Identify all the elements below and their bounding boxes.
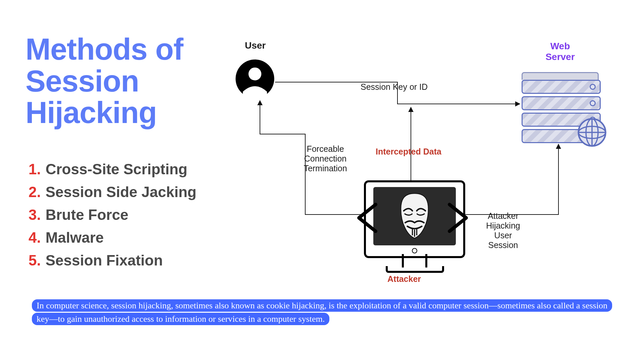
webserver-label-line: Web [537, 41, 584, 52]
diagram-stage: Methods of Session Hijacking 1.Cross-Sit… [0, 0, 644, 362]
footer-definition: In computer science, session hijacking, … [32, 299, 612, 326]
hijacking-session-label: Attacker Hijacking User Session [476, 211, 530, 250]
code-brackets-icon [356, 198, 470, 238]
label-line: Hijacking [476, 221, 530, 231]
user-label: User [245, 40, 266, 51]
attacker-label: Attacker [387, 274, 421, 284]
globe-icon [577, 117, 607, 147]
label-line: Forceable [295, 144, 356, 154]
webserver-label: Web Server [537, 41, 584, 62]
webserver-label-line: Server [537, 52, 584, 62]
user-icon [235, 59, 275, 99]
label-line: Termination [295, 164, 356, 173]
intercepted-data-label: Intercepted Data [376, 147, 441, 157]
monitor-stand [402, 254, 427, 267]
svg-point-1 [249, 67, 261, 80]
label-line: Session [476, 240, 530, 250]
session-key-label: Session Key or ID [361, 82, 428, 92]
footer-text: In computer science, session hijacking, … [32, 299, 612, 325]
label-line: Attacker [476, 211, 530, 221]
monitor-base [386, 266, 444, 273]
label-line: User [476, 231, 530, 240]
label-line: Connection [295, 154, 356, 164]
forceable-termination-label: Forceable Connection Termination [295, 144, 356, 173]
